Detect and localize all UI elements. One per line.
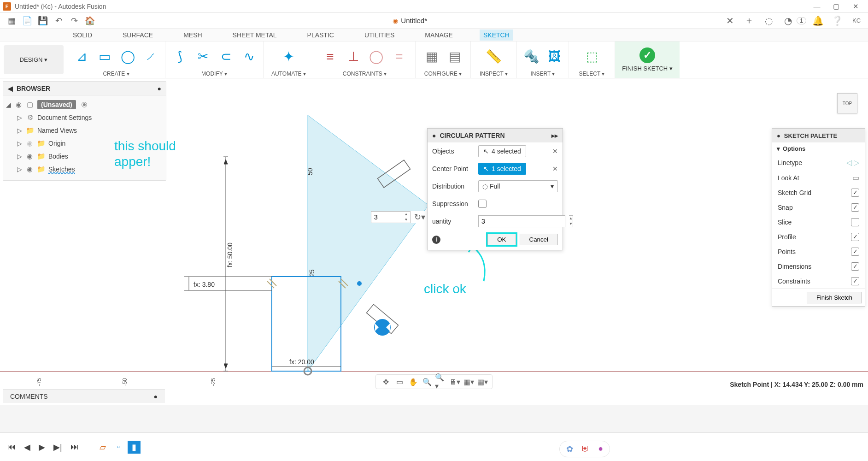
finish-sketch-button[interactable]: ✓ FINISH SKETCH ▾ — [615, 41, 680, 78]
constraints-checkbox[interactable] — [851, 277, 859, 285]
look-at-icon[interactable]: ▭ — [852, 173, 859, 182]
parameters-icon[interactable]: ▤ — [446, 48, 463, 65]
spinner[interactable]: ▲▼ — [402, 211, 411, 223]
browser-settings-icon[interactable]: ● — [158, 85, 161, 92]
offset-icon[interactable]: ⊂ — [217, 48, 235, 65]
job-status-button[interactable]: ◔ — [780, 14, 796, 27]
viewcube[interactable]: TOP — [837, 93, 857, 113]
timeline-sketch-icon[interactable]: ▱ — [96, 441, 109, 454]
timeline-play-button[interactable]: ▶ — [36, 440, 48, 454]
home-button[interactable]: 🏠 — [82, 14, 98, 27]
dimensions-checkbox[interactable] — [851, 262, 859, 271]
slice-checkbox[interactable] — [851, 218, 859, 226]
data-panel-button[interactable]: ▦ — [4, 14, 19, 27]
minimize-button[interactable]: — — [807, 1, 827, 12]
chevron-down-icon[interactable]: ▾ — [777, 145, 780, 152]
twisty-icon[interactable]: ▷ — [16, 114, 23, 121]
extensions-button[interactable]: ◌ — [761, 14, 776, 27]
visibility-icon[interactable]: ◉ — [25, 165, 34, 173]
fillet-icon[interactable]: ⟆ — [171, 48, 188, 65]
panel-expand-icon[interactable]: ▸▸ — [551, 132, 558, 139]
select-icon[interactable]: ⬚ — [583, 48, 601, 65]
spinner[interactable]: ▲▼ — [569, 215, 573, 227]
maximize-button[interactable]: ▢ — [827, 1, 846, 12]
quantity-float-input[interactable]: ▲▼ ↻▾ — [371, 211, 425, 223]
help-button[interactable]: ❔ — [829, 14, 845, 27]
profile-checkbox[interactable] — [851, 233, 859, 241]
timeline-next-button[interactable]: ▶| — [51, 440, 65, 454]
linetype-icons[interactable]: ◁ ▷ — [846, 158, 859, 167]
points-checkbox[interactable] — [851, 248, 859, 256]
objects-selection[interactable]: ↖ 4 selected — [478, 145, 526, 157]
sketch-grid-checkbox[interactable] — [851, 189, 859, 197]
tab-utilities[interactable]: UTILITIES — [361, 30, 398, 41]
finish-sketch-palette-button[interactable]: Finish Sketch — [807, 292, 862, 303]
zoom-icon[interactable]: 🔍 — [421, 377, 433, 387]
configure-icon[interactable]: ▦ — [423, 48, 440, 65]
new-tab-button[interactable]: ＋ — [741, 14, 757, 27]
timeline-active-icon[interactable]: ▮ — [128, 441, 141, 454]
browser-item-namedviews[interactable]: ▷ 📁 Named Views — [5, 124, 164, 137]
tab-sheet-metal[interactable]: SHEET METAL — [229, 30, 281, 41]
suppression-checkbox[interactable] — [478, 200, 487, 208]
palette-row-lookat[interactable]: Look At ▭ — [772, 170, 865, 185]
tab-plastic[interactable]: PLASTIC — [304, 30, 338, 41]
document-tab[interactable]: ◉ Untitled* — [393, 17, 427, 24]
quantity-input[interactable] — [478, 215, 565, 227]
grid-icon[interactable]: ▦▾ — [463, 377, 475, 387]
equal-constraint-icon[interactable]: = — [391, 48, 408, 65]
undo-button[interactable]: ↶ — [51, 14, 66, 27]
user-account[interactable]: KC — [849, 14, 864, 27]
distribution-dropdown[interactable]: ◌ Full ▾ — [478, 180, 558, 192]
timeline-prev-button[interactable]: ◀ — [21, 440, 33, 454]
close-tab-button[interactable]: ✕ — [722, 14, 738, 27]
info-icon[interactable]: i — [432, 236, 440, 244]
automate-icon[interactable]: ✦ — [279, 47, 299, 67]
visibility-off-icon[interactable]: ◉ — [25, 139, 34, 148]
insert-image-icon[interactable]: 🖼 — [545, 48, 563, 65]
palette-row-linetype[interactable]: Linetype ◁ ▷ — [772, 155, 865, 170]
tab-sketch[interactable]: SKETCH — [480, 30, 513, 41]
snap-checkbox[interactable] — [851, 203, 859, 212]
tab-surface[interactable]: SURFACE — [119, 30, 157, 41]
redo-button[interactable]: ↷ — [66, 14, 82, 27]
visibility-icon[interactable]: ◉ — [14, 100, 23, 109]
tray-app-icon[interactable]: ✿ — [566, 444, 573, 454]
direction-icon[interactable]: ↻▾ — [414, 212, 425, 222]
pan-icon[interactable]: ✋ — [407, 377, 419, 387]
visibility-icon[interactable]: ◉ — [25, 152, 34, 160]
twisty-icon[interactable]: ▷ — [16, 153, 23, 160]
notifications-button[interactable]: 🔔 — [810, 14, 826, 27]
comments-panel[interactable]: COMMENTS ● — [3, 389, 165, 403]
file-menu-button[interactable]: 📄 — [19, 14, 35, 27]
browser-root[interactable]: ◢ ◉ ▢ (Unsaved) — [5, 98, 164, 111]
spline-icon[interactable]: ∿ — [240, 48, 258, 65]
timeline-start-button[interactable]: ⏮ — [5, 440, 18, 454]
tab-manage[interactable]: MANAGE — [421, 30, 457, 41]
timeline-end-button[interactable]: ⏭ — [68, 440, 82, 454]
ok-button[interactable]: OK — [487, 234, 516, 245]
twisty-icon[interactable]: ▷ — [16, 140, 23, 147]
canvas-area[interactable]: -75 -50 -25 ◀ BROWSER ● ◢ ◉ ▢ (Unsaved) … — [0, 78, 868, 405]
tangent-constraint-icon[interactable]: ◯ — [368, 48, 385, 65]
add-comment-icon[interactable]: ● — [154, 393, 158, 400]
workspace-picker[interactable]: DESIGN▾ — [4, 45, 64, 74]
close-button[interactable]: ✕ — [846, 1, 865, 12]
clear-selection-icon[interactable]: ✕ — [552, 148, 558, 155]
insert-bolt-icon[interactable]: 🔩 — [522, 48, 540, 65]
clear-selection-icon[interactable]: ✕ — [552, 165, 558, 172]
save-button[interactable]: 💾 — [35, 14, 51, 27]
display-icon[interactable]: 🖥▾ — [449, 377, 461, 387]
zoom-window-icon[interactable]: 🔍▾ — [435, 377, 447, 387]
tray-circle-icon[interactable]: ● — [598, 444, 603, 454]
look-icon[interactable]: ▭ — [393, 377, 405, 387]
twisty-icon[interactable]: ▷ — [16, 165, 23, 173]
timeline-feature-icon[interactable]: ▫ — [112, 441, 125, 454]
viewport-icon[interactable]: ▦▾ — [476, 377, 488, 387]
measure-icon[interactable]: 📏 — [485, 48, 503, 65]
activate-radio[interactable] — [82, 102, 87, 107]
collapse-icon[interactable]: ◀ — [8, 85, 13, 92]
cancel-button[interactable]: Cancel — [520, 234, 558, 245]
rectangle-icon[interactable]: ▭ — [96, 48, 113, 65]
browser-item-docsettings[interactable]: ▷ ⚙ Document Settings — [5, 111, 164, 124]
